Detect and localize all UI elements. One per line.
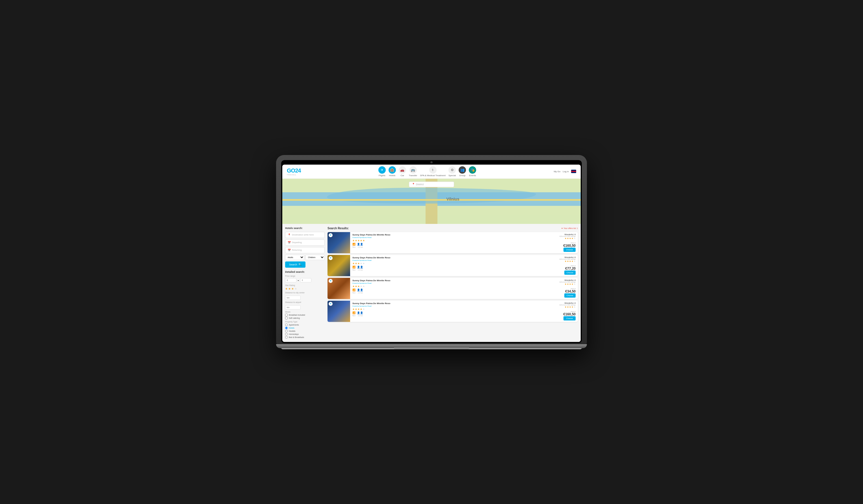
map-search-icon: 📍 <box>412 183 415 185</box>
nav-right: My Go Log in <box>554 170 576 173</box>
hotel-name-1: Sunny Days Palma De Mirette Reso <box>352 256 550 259</box>
hotel-address-0: Granche Apreacres Road <box>352 237 550 238</box>
hotels-icon: 🏨 <box>389 166 396 174</box>
hotel-distance-1: 5km 2.2 km <box>352 269 550 271</box>
favorite-button-1[interactable]: ♥ <box>329 256 333 260</box>
choose-button-1[interactable]: Choose <box>564 271 576 275</box>
hotel-info-2: Sunny Days Palma De Mirette Reso Granche… <box>350 278 552 299</box>
car-label: Car <box>400 174 404 177</box>
map-area: Vilnius 📍 District <box>282 179 581 224</box>
hostels-radio[interactable] <box>285 330 288 332</box>
favorite-button-2[interactable]: ♥ <box>329 279 333 283</box>
departing-placeholder: Departing <box>292 241 302 244</box>
price-separator: - <box>298 278 299 283</box>
heart-icon: ♥ <box>562 227 563 229</box>
price-from-input[interactable] <box>285 278 297 282</box>
breakfast-checkbox[interactable] <box>285 314 288 316</box>
homestays-radio[interactable] <box>285 333 288 335</box>
logo: GO24 TRAVEL <box>287 167 301 176</box>
nav-car[interactable]: 🚗 Car <box>399 166 406 177</box>
favorite-button-0[interactable]: ♥ <box>329 233 333 237</box>
property-hotels[interactable]: Hotels <box>285 327 325 329</box>
price-range-label: Price range <box>285 275 325 277</box>
nav-flights[interactable]: ✈ Flights <box>378 166 386 177</box>
city-center-input[interactable] <box>285 296 301 300</box>
hostels-label: Hostels <box>289 330 295 332</box>
departing-field[interactable]: 📅 Departing <box>285 240 325 246</box>
hotel-image-2: ♥ <box>327 278 350 299</box>
rating-stars-0: ★★★★★ <box>560 237 576 240</box>
adults-select[interactable]: Adults <box>285 255 304 260</box>
property-apartments[interactable]: Apartments <box>285 324 325 326</box>
breakfast-option[interactable]: Breakfast included <box>285 314 325 316</box>
center-distance-3: 5km <box>352 315 355 316</box>
star-rating-filter[interactable]: ★ ★ ★ ★ <box>285 287 325 290</box>
rating-stars-3: ★★★★★ <box>560 306 576 308</box>
results-area: Search Results: ♥ Your offers list 1 ♥ S… <box>325 227 578 339</box>
hotel-card: ♥ Sunny Days Palma De Mirette Reso Granc… <box>327 255 578 276</box>
airport-input[interactable] <box>285 305 301 309</box>
people-icon: 👤👤 <box>357 266 363 269</box>
rating-label-1: Wonderful, 8 <box>560 256 576 258</box>
destination-field[interactable]: 📍 Destination write here <box>285 232 325 238</box>
choose-button-0[interactable]: Choose <box>563 248 576 252</box>
hotel-price-1: €77,20 <box>564 267 576 271</box>
property-bnb[interactable]: Bed & Breakfasts <box>285 336 325 338</box>
sidebar: Hotels search: 📍 Destination write here … <box>285 227 325 339</box>
hotel-card: ♥ Sunny Days Palma De Mirette Reso Granc… <box>327 301 578 322</box>
returning-placeholder: Returning <box>292 249 302 251</box>
homestays-label: Homestays <box>289 333 299 335</box>
my-link[interactable]: My Go <box>554 170 561 173</box>
self-catering-option[interactable]: Self catering <box>285 317 325 319</box>
laptop-bottom <box>276 344 587 348</box>
nav-transfer[interactable]: 🚌 Transfer <box>409 166 417 177</box>
hotel-rating-1: Wonderful, 8 63% from 352 ratings ★★★★★ … <box>552 255 578 276</box>
hotel-address-2: Granche Apreacres Road <box>352 282 550 284</box>
price-to-input[interactable] <box>300 278 311 282</box>
property-homestays[interactable]: Homestays <box>285 333 325 335</box>
hotel-price-2: €34,50 <box>564 289 576 293</box>
choose-button-3[interactable]: Choose <box>563 316 576 321</box>
hotel-address-3: Granche Apreacres Road <box>352 305 550 307</box>
star-2: ★ <box>288 287 291 290</box>
rating-label-0: Wonderful, 8 <box>560 233 576 235</box>
nav-spa[interactable]: ⚕ SPA & Medical Treatment <box>420 166 446 177</box>
map-search-box[interactable]: 📍 District <box>409 182 454 187</box>
nav-special[interactable]: ⚙ Special <box>449 166 456 177</box>
login-link[interactable]: Log in <box>563 170 569 173</box>
laptop-frame: GO24 TRAVEL ✈ Flights 🏨 Hotels 🚗 Car <box>276 155 587 349</box>
breakfast-label: Breakfast included <box>289 314 305 316</box>
meals-label: Meals <box>285 311 325 313</box>
hotel-info-0: Sunny Days Palma De Mirette Reso Granche… <box>350 232 552 253</box>
language-flag[interactable] <box>571 170 576 173</box>
offers-badge: ♥ Your offers list 1 <box>562 227 578 229</box>
hotel-name-2: Sunny Days Palma De Mirette Reso <box>352 279 550 282</box>
property-hostels[interactable]: Hostels <box>285 330 325 332</box>
airport-distance-0: 2.2 km <box>358 246 363 248</box>
nav-group[interactable]: 👥 Group <box>459 166 466 177</box>
star-3: ★ <box>291 287 294 290</box>
hotels-radio[interactable] <box>285 327 288 329</box>
apartments-radio[interactable] <box>285 324 288 326</box>
children-select[interactable]: Children <box>305 255 325 260</box>
hotel-rating-0: Wonderful, 8 63% from 352 ratings ★★★★★ … <box>552 232 578 253</box>
airport-distance-3: 2.2 km <box>358 315 363 316</box>
browser-window: GO24 TRAVEL ✈ Flights 🏨 Hotels 🚗 Car <box>282 165 581 342</box>
transfer-icon: 🚌 <box>410 166 417 174</box>
favorite-button-3[interactable]: ♥ <box>329 302 333 306</box>
bnb-radio[interactable] <box>285 336 288 338</box>
events-label: Events <box>469 174 476 177</box>
hotels-label: Hotels <box>289 327 295 329</box>
rating-label-3: Wonderful, 8 <box>560 302 576 304</box>
hotel-amenities-0: 📶 👤👤 <box>352 243 550 246</box>
choose-button-2[interactable]: Choose <box>564 293 576 298</box>
returning-field[interactable]: 📅 Returning <box>285 247 325 253</box>
hotel-amenities-3: 📶 👤👤 <box>352 311 550 314</box>
nav-events[interactable]: 🎭 Events <box>469 166 476 177</box>
offers-count: 1 <box>577 227 578 229</box>
hotel-name-0: Sunny Days Palma De Mirette Reso <box>352 233 550 236</box>
nav-hotels[interactable]: 🏨 Hotels <box>389 166 396 177</box>
detailed-search-title: Detailed search: <box>285 271 325 273</box>
search-button[interactable]: Search 🔍 <box>285 261 305 268</box>
self-catering-checkbox[interactable] <box>285 317 288 319</box>
